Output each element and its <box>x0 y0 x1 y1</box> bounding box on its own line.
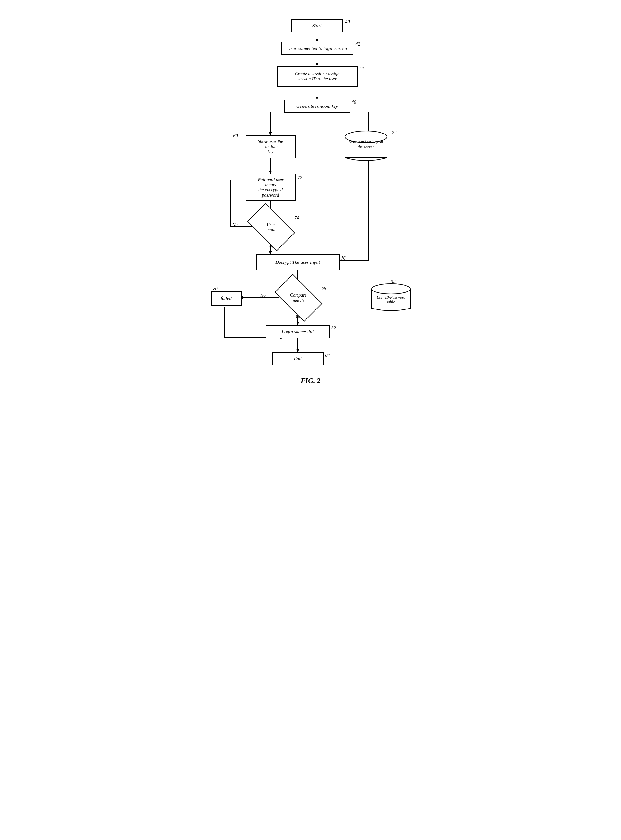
user-db-label: User ID/Password table <box>372 290 410 305</box>
user-db-ref: 32 <box>391 279 395 284</box>
fig-caption: FIG. 2 <box>198 376 423 385</box>
yes-compare-label: Yes <box>295 314 301 319</box>
end-box: End <box>272 352 324 365</box>
svg-marker-12 <box>269 170 272 174</box>
show-key-ref: 60 <box>233 133 238 139</box>
svg-marker-1 <box>315 39 319 42</box>
generate-key-box: Generate random key <box>284 100 350 112</box>
compare-ref: 78 <box>322 286 326 291</box>
svg-marker-31 <box>296 322 299 325</box>
yes-input-label: Yes <box>268 244 274 250</box>
user-input-diamond: User input <box>250 214 292 240</box>
failed-box: failed <box>211 291 241 306</box>
login-screen-ref: 42 <box>356 42 360 47</box>
generate-key-ref: 46 <box>352 100 356 105</box>
page-container: Start 40 User connected to login screen … <box>192 6 430 404</box>
store-key-cylinder: Store random key on the server <box>342 130 390 162</box>
svg-marker-36 <box>296 349 299 352</box>
store-key-label: Store random key on the server <box>345 139 387 150</box>
end-ref: 84 <box>326 353 330 358</box>
svg-marker-20 <box>269 251 272 254</box>
create-session-ref: 44 <box>359 66 364 71</box>
svg-marker-3 <box>315 63 319 66</box>
create-session-box: Create a session / assign session ID to … <box>277 66 357 87</box>
user-input-ref: 74 <box>295 215 299 221</box>
decrypt-ref: 76 <box>341 256 346 261</box>
login-success-box: Login successful <box>266 325 330 338</box>
show-key-box: Show user the random key <box>246 135 295 158</box>
compare-diamond: Compare match <box>277 285 320 311</box>
login-success-ref: 82 <box>332 326 336 331</box>
wait-input-ref: 72 <box>298 175 302 180</box>
login-screen-box: User connected to login screen <box>281 42 353 55</box>
store-key-ref: 22 <box>392 130 397 135</box>
start-box: Start <box>291 19 343 32</box>
decrypt-box: Decrypt The user input <box>256 254 339 270</box>
user-db-cylinder: User ID/Password table <box>368 283 413 314</box>
start-ref: 40 <box>345 19 350 24</box>
wait-input-box: Wait until user inputs the encrypted pas… <box>246 174 295 201</box>
no-input-label: No <box>233 222 238 227</box>
failed-ref: 80 <box>213 286 218 291</box>
svg-marker-8 <box>269 132 272 135</box>
flowchart: Start 40 User connected to login screen … <box>198 16 423 370</box>
svg-marker-5 <box>315 97 319 100</box>
no-compare-label: No <box>261 293 266 298</box>
